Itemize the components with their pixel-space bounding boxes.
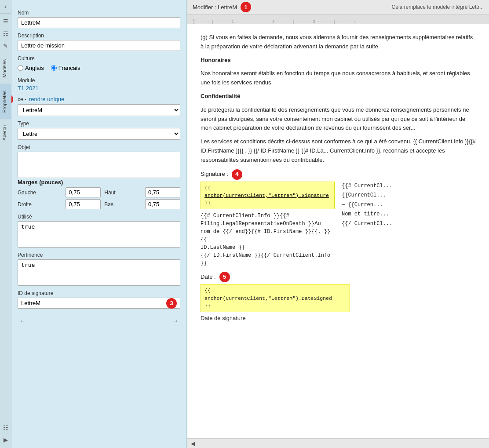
tab-proprietes[interactable]: Propriétés <box>0 84 11 119</box>
inheritance-label: ce - <box>18 96 26 102</box>
confidentialite-title: Confidentialité <box>201 92 476 101</box>
culture-anglais-radio[interactable] <box>18 65 23 71</box>
droite-label: Droite <box>18 201 62 208</box>
tab-apercu[interactable]: Aperçu <box>0 119 11 147</box>
gauche-label: Gauche <box>18 189 62 196</box>
nom-input[interactable] <box>18 17 180 28</box>
pertinence-textarea[interactable]: true <box>18 259 180 286</box>
document-content: (g) Si vous en faites la demande, nous v… <box>187 24 489 438</box>
properties-panel: Nom Description Culture Anglais Français… <box>11 0 187 448</box>
sig-label: Signature : <box>201 170 228 179</box>
right-arrow-btn[interactable]: → <box>171 316 180 325</box>
sig-highlight-block-1[interactable]: {{ anchor(CurrentClient,"LettreM").Signa… <box>201 182 335 210</box>
left-arrow-btn[interactable]: ← <box>18 316 27 325</box>
culture-radio-group: Anglais Français <box>18 65 180 71</box>
badge-3: 3 <box>166 298 177 309</box>
ruler: ┋ · · · · | · · · · 1 · · · · | · · · · … <box>187 15 489 24</box>
bas-label: Bas <box>104 201 142 208</box>
id-signature-input[interactable] <box>18 298 180 309</box>
icon-btn-5[interactable]: ▶ <box>1 435 11 444</box>
culture-label: Culture <box>18 55 180 62</box>
objet-label: Objet <box>18 144 180 150</box>
nom-label: Nom <box>18 10 180 16</box>
type-label: Type <box>18 120 180 127</box>
objet-textarea[interactable] <box>18 152 180 178</box>
badge-5: 5 <box>219 272 230 282</box>
icon-btn-1[interactable]: ☰ <box>1 16 11 26</box>
collapse-left-button[interactable]: ‹ <box>0 0 11 14</box>
doc-text-3: Je protégerai la confidentialité des ren… <box>201 106 476 133</box>
badge-4: 4 <box>232 169 242 180</box>
bas-input[interactable] <box>145 199 180 209</box>
badge-2: 2 <box>11 94 13 105</box>
gauche-input[interactable] <box>66 187 101 197</box>
utilise-textarea[interactable]: true <box>18 221 180 248</box>
module-link[interactable]: T1 2021 <box>18 85 180 91</box>
bottom-bar: ◀ <box>187 438 489 448</box>
module-label: Module <box>18 77 180 84</box>
date-sub-label: Date de signature <box>201 314 476 323</box>
culture-francais-radio[interactable] <box>51 65 57 71</box>
doc-text-2: Nos honoraires seront établis en fonctio… <box>201 69 476 87</box>
badge-1: 1 <box>241 2 251 12</box>
signature-right-col: {{# CurrentCl... {{CurrentCl... — {{Curr… <box>342 169 476 229</box>
rendre-unique-link[interactable]: rendre unique <box>29 96 64 102</box>
inheritance-select[interactable]: LettreM <box>18 104 180 116</box>
date-label: Date : <box>201 273 216 282</box>
modifier-text: Modifier : LettreM <box>193 4 237 11</box>
description-input[interactable] <box>18 40 180 51</box>
date-highlight-block[interactable]: {{ anchor(CurrentClient,"LettreM").DateS… <box>201 284 350 312</box>
icon-btn-2[interactable]: ☶ <box>1 29 11 38</box>
description-label: Description <box>18 33 180 39</box>
scroll-left-arrow[interactable]: ◀ <box>191 441 195 447</box>
sig-block-left: {{# CurrentClient.Info }}{{# Filing.Lega… <box>201 212 335 267</box>
date-left-col: Date : 5 {{ anchor(CurrentClient,"Lettre… <box>201 272 476 323</box>
culture-anglais-option[interactable]: Anglais <box>18 65 44 71</box>
marges-title: Marges (pouces) <box>18 179 180 186</box>
date-section: Date : 5 {{ anchor(CurrentClient,"Lettre… <box>201 272 476 323</box>
id-signature-label: ID de signature <box>18 290 180 296</box>
main-area: Modifier : LettreM 1 Cela remplace le mo… <box>187 0 489 448</box>
honoraires-title: Honoraires <box>201 56 476 65</box>
margins-grid: Gauche Haut Droite Bas <box>18 187 180 209</box>
utilise-label: Utilisé <box>18 214 180 220</box>
vertical-tabs-column: ‹ ☰ ☶ ✎ Modèles Propriétés Aperçu ☷ ▶ <box>0 0 11 448</box>
type-select[interactable]: Lettre <box>18 128 180 140</box>
culture-francais-option[interactable]: Français <box>51 65 80 71</box>
tab-modeles[interactable]: Modèles <box>0 53 11 84</box>
main-header: Modifier : LettreM 1 Cela remplace le mo… <box>187 0 489 15</box>
icon-btn-4[interactable]: ☷ <box>1 423 11 432</box>
doc-text-4: Les services et conditions décrits ci-de… <box>201 137 476 164</box>
droite-input[interactable] <box>66 199 101 209</box>
icon-btn-3[interactable]: ✎ <box>1 41 11 51</box>
header-right-text: Cela remplace le modèle intégré Lettr... <box>392 4 484 10</box>
haut-input[interactable] <box>145 187 180 197</box>
signature-left-col: Signature : 4 {{ anchor(CurrentClient,"L… <box>201 169 335 268</box>
modifier-bar: Modifier : LettreM 1 <box>193 2 251 12</box>
doc-text-1: (g) Si vous en faites la demande, nous v… <box>201 33 476 51</box>
pertinence-label: Pertinence <box>18 252 180 258</box>
signature-section: Signature : 4 {{ anchor(CurrentClient,"L… <box>201 169 476 268</box>
haut-label: Haut <box>104 189 142 196</box>
